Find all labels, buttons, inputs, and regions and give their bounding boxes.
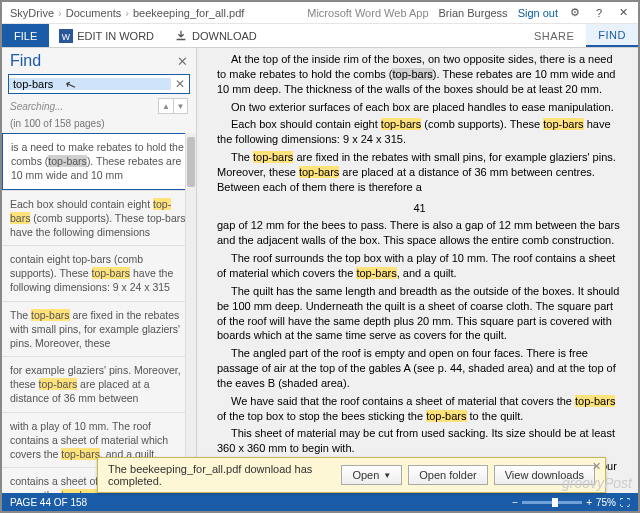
breadcrumb-root[interactable]: SkyDrive	[10, 7, 54, 19]
next-result-button[interactable]: ▼	[173, 99, 187, 113]
search-result[interactable]: is a need to make rebates to hold the co…	[2, 133, 196, 190]
chevron-down-icon[interactable]: ▼	[383, 471, 391, 480]
find-panel: Find ✕ ✕ ↖ Searching... ▲ ▼ (in 100 of 1…	[2, 48, 197, 493]
close-icon[interactable]: ✕	[177, 54, 188, 69]
result-count: (in 100 of 158 pages)	[2, 118, 196, 133]
zoom-controls: − + 75% ⛶	[512, 497, 630, 508]
status-bar: PAGE 44 OF 158 − + 75% ⛶	[2, 493, 638, 511]
download-button[interactable]: DOWNLOAD	[164, 24, 267, 47]
result-nav: ▲ ▼	[158, 98, 188, 114]
search-results[interactable]: is a need to make rebates to hold the co…	[2, 133, 196, 493]
close-icon[interactable]: ✕	[616, 6, 630, 20]
share-tab[interactable]: SHARE	[522, 24, 586, 47]
find-tab[interactable]: FIND	[586, 24, 638, 47]
help-icon[interactable]: ?	[592, 6, 606, 20]
search-result[interactable]: contain eight top-bars (comb supports). …	[2, 245, 196, 301]
zoom-out-button[interactable]: −	[512, 497, 518, 508]
searching-label: Searching...	[10, 101, 63, 112]
signout-link[interactable]: Sign out	[518, 7, 558, 19]
search-result[interactable]: The top-bars are fixed in the rebates wi…	[2, 301, 196, 357]
fullscreen-icon[interactable]: ⛶	[620, 497, 630, 508]
zoom-slider[interactable]	[522, 501, 582, 504]
user-area: Brian Burgess Sign out ⚙ ? ✕	[439, 6, 630, 20]
search-input-wrapper: ✕ ↖	[8, 74, 190, 94]
highlight-current: top-bars	[392, 68, 432, 80]
page-indicator[interactable]: PAGE 44 OF 158	[10, 497, 87, 508]
chevron-right-icon: ›	[125, 7, 129, 19]
document-viewport[interactable]: At the top of the inside rim of the boxe…	[197, 48, 638, 493]
zoom-in-button[interactable]: +	[586, 497, 592, 508]
download-message: The beekeeping_for_all.pdf download has …	[108, 463, 335, 487]
close-icon[interactable]: ✕	[592, 460, 601, 473]
file-tab[interactable]: FILE	[2, 24, 49, 47]
search-result[interactable]: Each box should contain eight top-bars (…	[2, 190, 196, 246]
search-input[interactable]	[9, 78, 171, 90]
breadcrumb-file: beekeeping_for_all.pdf	[133, 7, 244, 19]
clear-icon[interactable]: ✕	[171, 77, 189, 91]
chevron-right-icon: ›	[58, 7, 62, 19]
find-panel-title: Find	[10, 52, 177, 70]
scrollbar-thumb[interactable]	[187, 137, 195, 187]
user-name: Brian Burgess	[439, 7, 508, 19]
word-icon: W	[59, 29, 73, 43]
download-notification: The beekeeping_for_all.pdf download has …	[97, 457, 606, 493]
zoom-level[interactable]: 75%	[596, 497, 616, 508]
gear-icon[interactable]: ⚙	[568, 6, 582, 20]
open-folder-button[interactable]: Open folder	[408, 465, 487, 485]
breadcrumb: SkyDrive › Documents › beekeeping_for_al…	[10, 7, 307, 19]
open-button[interactable]: Open▼	[341, 465, 402, 485]
app-title: Microsoft Word Web App	[307, 7, 428, 19]
view-downloads-button[interactable]: View downloads	[494, 465, 595, 485]
title-bar: SkyDrive › Documents › beekeeping_for_al…	[2, 2, 638, 24]
edit-in-word-button[interactable]: W EDIT IN WORD	[49, 24, 164, 47]
prev-result-button[interactable]: ▲	[159, 99, 173, 113]
page-number: 41	[217, 201, 622, 216]
ribbon: FILE W EDIT IN WORD DOWNLOAD SHARE FIND	[2, 24, 638, 48]
search-result[interactable]: for example glaziers' pins. Moreover, th…	[2, 356, 196, 412]
svg-text:W: W	[62, 31, 71, 41]
download-icon	[174, 29, 188, 43]
breadcrumb-folder[interactable]: Documents	[66, 7, 122, 19]
